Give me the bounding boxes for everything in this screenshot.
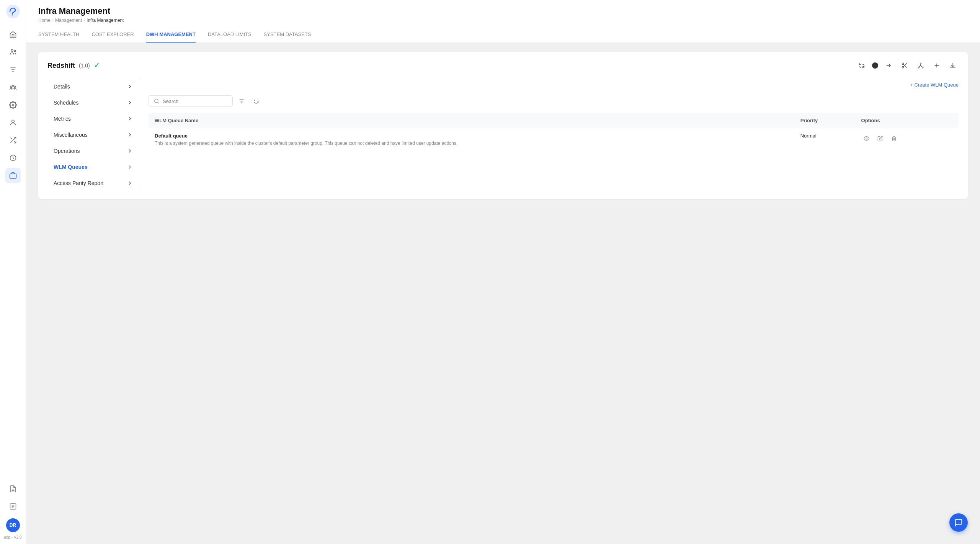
table-body: Default queue This is a system generated…	[149, 128, 959, 151]
svg-point-3	[14, 50, 15, 52]
card-actions	[856, 60, 959, 71]
main-content: Redshift (1.0) ✓	[26, 43, 980, 544]
page-title: Infra Management	[38, 6, 968, 16]
wlm-queues-table: WLM Queue Name Priority Options Default …	[149, 113, 959, 151]
svg-point-13	[902, 66, 904, 68]
chat-fab-button[interactable]	[949, 513, 968, 532]
chat-icon	[954, 518, 963, 527]
svg-point-12	[902, 63, 904, 65]
table-header: WLM Queue Name Priority Options	[149, 113, 959, 128]
col-priority: Priority	[794, 113, 855, 128]
nav-group-icon[interactable]	[5, 80, 21, 95]
nav-miscellaneous[interactable]: Miscellaneous	[47, 127, 139, 143]
search-bar	[149, 95, 959, 107]
svg-point-2	[11, 49, 13, 51]
user-avatar[interactable]: DR	[6, 518, 20, 532]
redshift-card: Redshift (1.0) ✓	[38, 52, 968, 199]
breadcrumb-management[interactable]: Management	[55, 18, 82, 23]
svg-point-15	[918, 67, 919, 68]
svg-point-14	[920, 63, 921, 64]
main-tabs: SYSTEM HEALTH COST EXPLORER DWH MANAGEME…	[38, 28, 968, 43]
status-dot	[872, 62, 878, 69]
arrow-right-icon[interactable]	[883, 60, 894, 71]
svg-point-4	[12, 85, 14, 87]
nav-schedules[interactable]: Schedules	[47, 95, 139, 110]
nav-home-icon[interactable]	[5, 27, 21, 42]
nav-settings-icon[interactable]	[5, 97, 21, 113]
app-logo[interactable]	[6, 5, 20, 20]
status-check-icon: ✓	[94, 61, 100, 70]
search-input-wrap	[149, 95, 233, 107]
chevron-right-icon	[127, 116, 133, 122]
card-title-group: Redshift (1.0) ✓	[47, 61, 100, 70]
nav-clock-icon[interactable]	[5, 150, 21, 165]
svg-rect-10	[10, 174, 16, 179]
nav-operations[interactable]: Operations	[47, 143, 139, 159]
nav-access-parity-report[interactable]: Access Parity Report	[47, 175, 139, 191]
card-body: Details Schedules Metrics Miscellaneous	[47, 79, 959, 192]
tab-cost-explorer[interactable]: COST EXPLORER	[91, 28, 134, 43]
col-options: Options	[855, 113, 959, 128]
tab-system-datasets[interactable]: SYSTEM DATASETS	[264, 28, 311, 43]
search-icon	[154, 98, 160, 104]
nav-details[interactable]: Details	[47, 79, 139, 94]
nav-metrics[interactable]: Metrics	[47, 111, 139, 126]
plus-icon[interactable]	[931, 60, 942, 71]
priority-value: Normal	[800, 133, 817, 139]
nav-shuffle-icon[interactable]	[5, 133, 21, 148]
nav-users-icon[interactable]	[5, 44, 21, 60]
table-row: Default queue This is a system generated…	[149, 128, 959, 151]
wlm-queues-panel: + Create WLM Queue	[139, 79, 959, 192]
nav-briefcase-icon[interactable]	[5, 168, 21, 183]
scissors-icon[interactable]	[899, 60, 910, 71]
col-queue-name: WLM Queue Name	[149, 113, 794, 128]
main-area: Infra Management Home › Management › Inf…	[26, 0, 980, 544]
refresh-icon[interactable]	[856, 60, 867, 71]
left-nav: Details Schedules Metrics Miscellaneous	[47, 79, 139, 192]
tab-dataload-limits[interactable]: DATALOAD LIMITS	[208, 28, 252, 43]
chevron-right-icon	[127, 180, 133, 186]
chevron-right-icon	[127, 84, 133, 90]
nav-wlm-queues[interactable]: WLM Queues	[47, 159, 139, 175]
breadcrumb-current: Infra Management	[87, 18, 124, 23]
chevron-right-icon	[127, 100, 133, 106]
svg-point-8	[11, 120, 14, 123]
breadcrumb-home[interactable]: Home	[38, 18, 51, 23]
create-wlm-queue-button[interactable]: + Create WLM Queue	[910, 79, 959, 91]
svg-point-7	[12, 104, 14, 106]
nav-document-icon[interactable]	[5, 481, 21, 496]
row-actions	[861, 133, 952, 144]
queue-description: This is a system generated queue with in…	[155, 140, 788, 147]
breadcrumb: Home › Management › Infra Management	[38, 18, 968, 23]
queue-name-cell: Default queue This is a system generated…	[149, 128, 794, 151]
delete-button[interactable]	[889, 133, 900, 144]
chevron-right-icon	[127, 148, 133, 154]
app-version: adp - V2.0	[4, 535, 21, 539]
view-button[interactable]	[861, 133, 872, 144]
download-icon[interactable]	[947, 60, 959, 71]
search-input[interactable]	[163, 98, 228, 104]
network-icon[interactable]	[915, 60, 926, 71]
nav-person-icon[interactable]	[5, 115, 21, 130]
nav-ai-icon[interactable]	[5, 499, 21, 514]
card-version: (1.0)	[79, 62, 90, 69]
filter-icon[interactable]	[236, 95, 247, 107]
svg-point-6	[14, 86, 15, 87]
sidebar: DR adp - V2.0	[0, 0, 26, 544]
refresh-search-icon[interactable]	[250, 95, 262, 107]
card-title-text: Redshift	[47, 62, 75, 70]
tab-system-health[interactable]: SYSTEM HEALTH	[38, 28, 79, 43]
edit-button[interactable]	[875, 133, 886, 144]
svg-point-18	[866, 138, 867, 139]
priority-cell: Normal	[794, 128, 855, 151]
svg-point-17	[155, 99, 158, 103]
page-header: Infra Management Home › Management › Inf…	[26, 0, 980, 43]
nav-filter-icon[interactable]	[5, 62, 21, 77]
chevron-right-icon	[127, 132, 133, 138]
svg-point-5	[10, 86, 11, 87]
svg-point-16	[922, 67, 923, 68]
options-cell	[855, 128, 959, 151]
tab-dwh-management[interactable]: DWH MANAGEMENT	[146, 28, 196, 43]
svg-point-0	[6, 5, 20, 18]
queue-name: Default queue	[155, 133, 788, 139]
